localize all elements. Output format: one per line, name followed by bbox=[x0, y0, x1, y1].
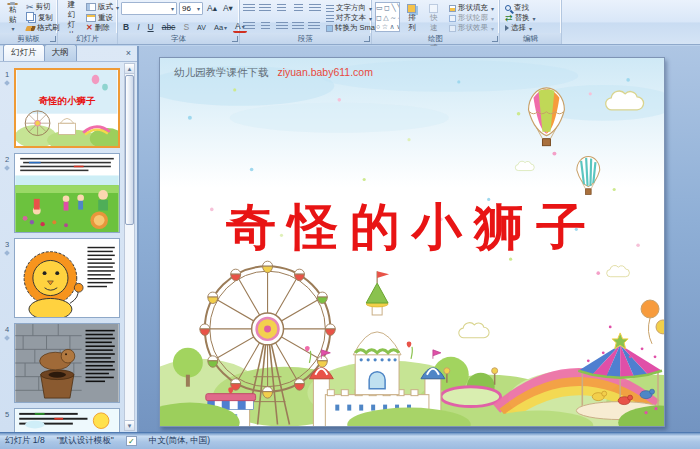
castle bbox=[309, 271, 444, 426]
panel-scrollbar[interactable]: ▲ ▼ bbox=[124, 63, 135, 431]
current-slide-canvas[interactable]: 幼儿园教学课件下载 ziyuan.baby611.com 奇怪的小狮子 bbox=[159, 57, 665, 427]
drawing-group-label: 绘图 bbox=[372, 33, 499, 44]
align-left-button[interactable] bbox=[243, 22, 255, 31]
thumbnail-row-1: 1 奇怪的小狮子 bbox=[0, 68, 123, 148]
layout-button[interactable]: 版式 bbox=[84, 2, 121, 12]
character-spacing-button[interactable]: AV bbox=[195, 21, 208, 33]
line-spacing-button[interactable] bbox=[309, 4, 321, 13]
find-icon bbox=[505, 5, 511, 11]
columns-button[interactable] bbox=[308, 22, 320, 31]
slide-number-5: 5 bbox=[0, 410, 14, 419]
find-button[interactable]: 查找 bbox=[503, 3, 558, 13]
italic-button[interactable]: I bbox=[135, 21, 141, 33]
ribbon-group-drawing: ▭◻╲╲▭○ ◻△∼∼⇦⇩ ○☆∧∨⟨⟩ 排列 快速样式 形状填充 bbox=[372, 0, 500, 44]
slide-title-text[interactable]: 奇怪的小狮子 bbox=[160, 194, 664, 261]
grow-font-button[interactable]: A▴ bbox=[205, 2, 219, 14]
decrease-indent-button[interactable] bbox=[277, 4, 286, 13]
font-dialog-launcher[interactable] bbox=[232, 36, 238, 42]
copy-icon bbox=[26, 12, 34, 21]
reset-button[interactable]: 重设 bbox=[84, 13, 121, 23]
copy-button[interactable]: 复制 bbox=[24, 13, 62, 23]
shape-outline-button[interactable]: 形状轮廓 bbox=[447, 13, 496, 23]
shape-fill-icon bbox=[449, 5, 456, 12]
strikethrough-button[interactable]: abc bbox=[160, 21, 178, 33]
slide-thumbnail-4[interactable] bbox=[14, 323, 120, 403]
scrollbar-thumb[interactable] bbox=[125, 75, 134, 225]
slide-thumbnail-2[interactable] bbox=[14, 153, 120, 233]
underline-button[interactable]: U bbox=[146, 21, 156, 33]
thumb5-art bbox=[15, 409, 119, 432]
shape-fill-button[interactable]: 形状填充 bbox=[447, 3, 496, 13]
font-size-combo[interactable]: 96 bbox=[179, 2, 203, 15]
scroll-down-icon[interactable]: ▼ bbox=[125, 420, 134, 430]
shrink-font-button[interactable]: A▾ bbox=[221, 2, 235, 14]
change-case-button[interactable]: Aa bbox=[212, 21, 229, 33]
header-link[interactable]: ziyuan.baby611.com bbox=[277, 66, 373, 78]
slide-number-1: 1 bbox=[0, 70, 14, 79]
reset-icon bbox=[86, 14, 96, 22]
align-right-button[interactable] bbox=[276, 22, 288, 31]
format-painter-button[interactable]: 格式刷 bbox=[24, 23, 62, 33]
numbering-button[interactable] bbox=[259, 4, 271, 13]
replace-icon: ⇄ bbox=[505, 14, 513, 23]
align-text-icon bbox=[326, 15, 334, 22]
arrange-icon bbox=[407, 4, 416, 13]
close-panel-icon[interactable]: × bbox=[126, 48, 131, 58]
thumbnail-row-3: 3 bbox=[0, 238, 123, 318]
delete-slide-button[interactable]: ✕ 删除 bbox=[84, 23, 121, 33]
tab-slides[interactable]: 幻灯片 bbox=[3, 44, 45, 61]
new-slide-button[interactable]: 新建 幻灯片 bbox=[61, 2, 82, 33]
slide-header-text[interactable]: 幼儿园教学课件下载 ziyuan.baby611.com bbox=[174, 66, 373, 80]
replace-button[interactable]: ⇄ 替换 bbox=[503, 13, 558, 23]
hot-air-balloon-small bbox=[577, 156, 600, 194]
shape-effects-button[interactable]: 形状效果 bbox=[447, 23, 496, 33]
font-group-label: 字体 bbox=[118, 33, 239, 44]
spellcheck-icon: ✓ bbox=[126, 436, 137, 446]
shapes-gallery[interactable]: ▭◻╲╲▭○ ◻△∼∼⇦⇩ ○☆∧∨⟨⟩ bbox=[375, 2, 400, 32]
ribbon-group-paragraph: 文字方向 对齐文本 转换为 SmartArt 段落 bbox=[240, 0, 372, 44]
transition-indicator bbox=[4, 80, 10, 86]
slide-number-3: 3 bbox=[0, 240, 14, 249]
party-balloons bbox=[641, 300, 664, 344]
cut-button[interactable]: ✂ 剪切 bbox=[24, 2, 62, 12]
tab-outline[interactable]: 大纲 bbox=[44, 44, 77, 61]
slide-editing-area[interactable]: 幼儿园教学课件下载 ziyuan.baby611.com 奇怪的小狮子 bbox=[139, 46, 700, 432]
paragraph-dialog-launcher[interactable] bbox=[364, 36, 370, 42]
ribbon-empty-space bbox=[562, 0, 700, 44]
font-name-combo[interactable] bbox=[121, 2, 177, 15]
clipboard-dialog-launcher[interactable] bbox=[50, 36, 56, 42]
drawing-dialog-launcher[interactable] bbox=[492, 36, 498, 42]
increase-indent-button[interactable] bbox=[294, 4, 303, 13]
slide-thumbnail-1[interactable]: 奇怪的小狮子 bbox=[14, 68, 120, 148]
paste-button[interactable]: 粘贴 bbox=[3, 2, 22, 33]
scroll-up-icon[interactable]: ▲ bbox=[125, 64, 134, 74]
status-bar: 幻灯片 1/8 "默认设计模板" ✓ 中文(简体, 中国) bbox=[0, 432, 700, 449]
shape-outline-icon bbox=[449, 15, 456, 22]
thumbnail-row-2: 2 bbox=[0, 153, 123, 233]
bold-button[interactable]: B bbox=[121, 21, 131, 33]
align-center-button[interactable] bbox=[261, 22, 270, 31]
transition-indicator bbox=[4, 165, 10, 171]
justify-button[interactable] bbox=[292, 22, 304, 31]
slide-thumbnail-3[interactable] bbox=[14, 238, 120, 318]
slide-number-4: 4 bbox=[0, 325, 14, 334]
layout-icon bbox=[86, 3, 96, 11]
select-button[interactable]: 选择 bbox=[503, 23, 558, 33]
ribbon-group-font: 96 A▴ A▾ B I U abc S AV Aa A 字体 bbox=[118, 0, 240, 44]
thumb4-art bbox=[15, 324, 119, 402]
arrange-button[interactable]: 排列 bbox=[403, 2, 420, 35]
transition-indicator bbox=[4, 250, 10, 256]
bullets-button[interactable] bbox=[243, 4, 255, 13]
text-shadow-button[interactable]: S bbox=[181, 21, 191, 33]
ribbon-group-clipboard: 粘贴 ✂ 剪切 复制 格式刷 bbox=[0, 0, 58, 44]
clipboard-group-label: 剪贴板 bbox=[0, 33, 57, 44]
panel-tabs: 幻灯片 大纲 × bbox=[0, 46, 137, 62]
slide-thumbnail-5[interactable] bbox=[14, 408, 120, 432]
thumbnail-row-4: 4 bbox=[0, 323, 123, 403]
paragraph-group-label: 段落 bbox=[240, 33, 371, 44]
carousel bbox=[576, 326, 664, 420]
language-indicator: 中文(简体, 中国) bbox=[149, 435, 210, 447]
thumbnail-row-5: 5 bbox=[0, 408, 123, 432]
thumb1-art: 奇怪的小狮子 bbox=[16, 70, 118, 146]
header-label: 幼儿园教学课件下载 bbox=[174, 66, 269, 78]
